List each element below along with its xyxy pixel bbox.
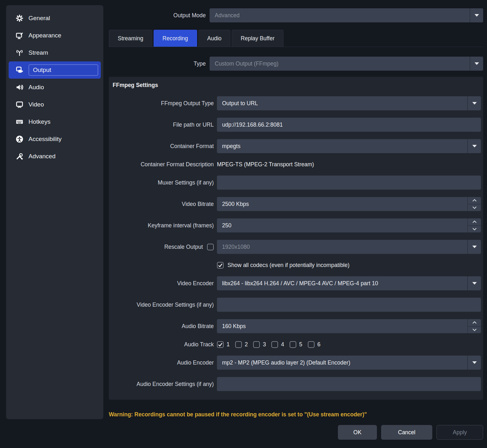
output-icon xyxy=(15,66,24,75)
spin-up-icon[interactable] xyxy=(468,319,481,326)
audio-encoder-settings-input[interactable] xyxy=(217,377,481,391)
spin-down-icon[interactable] xyxy=(468,326,481,334)
sidebar-item-output[interactable]: Output xyxy=(9,61,101,79)
audio-encoder-settings-row: Audio Encoder Settings (if any) xyxy=(109,377,483,391)
cancel-button[interactable]: Cancel xyxy=(381,425,432,440)
spin-down-icon[interactable] xyxy=(468,204,481,211)
obs-settings-window: General Appearance Stream xyxy=(0,0,487,448)
container-format-row: Container Format mpegts xyxy=(109,139,483,153)
audio-track-1-checkbox[interactable] xyxy=(217,341,224,348)
audio-track-2-checkbox[interactable] xyxy=(235,341,242,348)
video-encoder-settings-input[interactable] xyxy=(217,298,481,312)
output-mode-select[interactable]: Advanced xyxy=(210,8,483,22)
type-label: Type xyxy=(109,60,206,67)
container-format-description-row: Container Format Description MPEG-TS (MP… xyxy=(109,161,483,168)
ffmpeg-output-type-select[interactable]: Output to URL xyxy=(217,96,481,110)
audio-bitrate-row: Audio Bitrate 160 Kbps xyxy=(109,319,483,333)
ffmpeg-output-type-row: FFmpeg Output Type Output to URL xyxy=(109,96,483,110)
sidebar-item-hotkeys[interactable]: Hotkeys xyxy=(9,113,101,130)
antenna-icon xyxy=(15,49,24,57)
video-bitrate-spinbox[interactable]: 2500 Kbps xyxy=(217,197,481,211)
audio-encoder-row: Audio Encoder mp2 - MP2 (MPEG audio laye… xyxy=(109,356,483,370)
spin-up-icon[interactable] xyxy=(468,218,481,225)
keyboard-icon xyxy=(15,118,24,126)
sidebar-item-label: Stream xyxy=(28,49,48,56)
chevron-down-icon xyxy=(467,276,481,290)
output-mode-row: Output Mode Advanced xyxy=(109,8,483,22)
sidebar-item-general[interactable]: General xyxy=(9,10,101,27)
video-encoder-select[interactable]: libx264 - libx264 H.264 / AVC / MPEG-4 A… xyxy=(217,276,481,290)
video-encoder-row: Video Encoder libx264 - libx264 H.264 / … xyxy=(109,276,483,290)
appearance-icon xyxy=(15,31,24,40)
output-mode-label: Output Mode xyxy=(109,12,206,19)
tab-streaming[interactable]: Streaming xyxy=(109,30,152,47)
chevron-down-icon xyxy=(470,8,483,22)
sidebar-item-video[interactable]: Video xyxy=(9,96,101,113)
settings-content: Output Mode Advanced Streaming Recording… xyxy=(109,0,483,440)
sidebar-item-accessibility[interactable]: Accessibility xyxy=(9,130,101,148)
audio-track-5-checkbox[interactable] xyxy=(290,341,296,348)
sidebar-item-appearance[interactable]: Appearance xyxy=(9,27,101,44)
chevron-down-icon xyxy=(470,57,483,71)
sidebar-item-label: Audio xyxy=(28,84,44,91)
muxer-settings-input[interactable] xyxy=(217,176,481,190)
chevron-down-icon xyxy=(467,96,481,110)
recording-type-select[interactable]: Custom Output (FFmpeg) xyxy=(210,57,483,71)
sidebar-item-label: Appearance xyxy=(28,32,61,39)
monitor-icon xyxy=(15,100,24,109)
file-path-input[interactable] xyxy=(217,118,481,132)
keyframe-interval-row: Keyframe interval (frames) 250 xyxy=(109,218,483,232)
video-encoder-settings-row: Video Encoder Settings (if any) xyxy=(109,298,483,312)
accessibility-icon xyxy=(15,135,24,144)
rescale-resolution-select[interactable]: 1920x1080 xyxy=(217,240,481,254)
tools-icon xyxy=(15,152,24,161)
rescale-output-checkbox[interactable] xyxy=(207,244,214,250)
spin-up-icon[interactable] xyxy=(468,197,481,204)
speaker-icon xyxy=(15,83,24,92)
tab-audio[interactable]: Audio xyxy=(198,30,231,47)
dialog-footer: OK Cancel Apply xyxy=(109,425,483,440)
show-all-codecs-checkbox[interactable] xyxy=(217,262,224,269)
keyframe-interval-spinbox[interactable]: 250 xyxy=(217,218,481,232)
chevron-down-icon xyxy=(467,240,481,254)
settings-sidebar: General Appearance Stream xyxy=(6,5,103,419)
muxer-settings-row: Muxer Settings (if any) xyxy=(109,176,483,190)
audio-track-4-checkbox[interactable] xyxy=(271,341,278,348)
container-format-select[interactable]: mpegts xyxy=(217,139,481,153)
rescale-output-row: Rescale Output 1920x1080 xyxy=(109,240,483,254)
sidebar-item-advanced[interactable]: Advanced xyxy=(9,148,101,165)
file-path-row: File path or URL xyxy=(109,118,483,132)
chevron-down-icon xyxy=(467,356,481,370)
audio-track-row: Audio Track 1 2 3 4 5 6 xyxy=(109,341,483,348)
container-format-description-value: MPEG-TS (MPEG-2 Transport Stream) xyxy=(217,161,314,168)
chevron-down-icon xyxy=(467,139,481,153)
sidebar-item-audio[interactable]: Audio xyxy=(9,79,101,96)
show-all-codecs-row: Show all codecs (even if potentially inc… xyxy=(109,261,483,269)
spin-down-icon[interactable] xyxy=(468,225,481,233)
audio-track-3-checkbox[interactable] xyxy=(253,341,260,348)
group-title: FFmpeg Settings xyxy=(109,81,483,96)
sidebar-item-stream[interactable]: Stream xyxy=(9,44,101,61)
audio-encoder-select[interactable]: mp2 - MP2 (MPEG audio layer 2) (Default … xyxy=(217,356,481,370)
recording-warning-text: Warning: Recordings cannot be paused if … xyxy=(109,411,483,418)
gear-icon xyxy=(15,14,24,23)
ok-button[interactable]: OK xyxy=(338,425,377,440)
tab-recording[interactable]: Recording xyxy=(154,30,197,47)
audio-bitrate-spinbox[interactable]: 160 Kbps xyxy=(217,319,481,333)
apply-button[interactable]: Apply xyxy=(436,425,483,440)
video-bitrate-row: Video Bitrate 2500 Kbps xyxy=(109,197,483,211)
sidebar-item-label: Output xyxy=(28,64,98,76)
tab-replay-buffer[interactable]: Replay Buffer xyxy=(232,30,283,47)
show-all-codecs-label: Show all codecs (even if potentially inc… xyxy=(228,262,349,269)
output-tab-bar: Streaming Recording Audio Replay Buffer xyxy=(109,30,483,47)
sidebar-item-label: Advanced xyxy=(28,153,56,160)
sidebar-item-label: Hotkeys xyxy=(28,118,51,125)
sidebar-item-label: Accessibility xyxy=(28,136,61,143)
sidebar-item-label: Video xyxy=(28,101,44,108)
audio-track-6-checkbox[interactable] xyxy=(308,341,315,348)
sidebar-item-label: General xyxy=(28,15,50,22)
recording-type-row: Type Custom Output (FFmpeg) xyxy=(109,57,483,71)
ffmpeg-settings-group: FFmpeg Settings FFmpeg Output Type Outpu… xyxy=(109,77,483,400)
